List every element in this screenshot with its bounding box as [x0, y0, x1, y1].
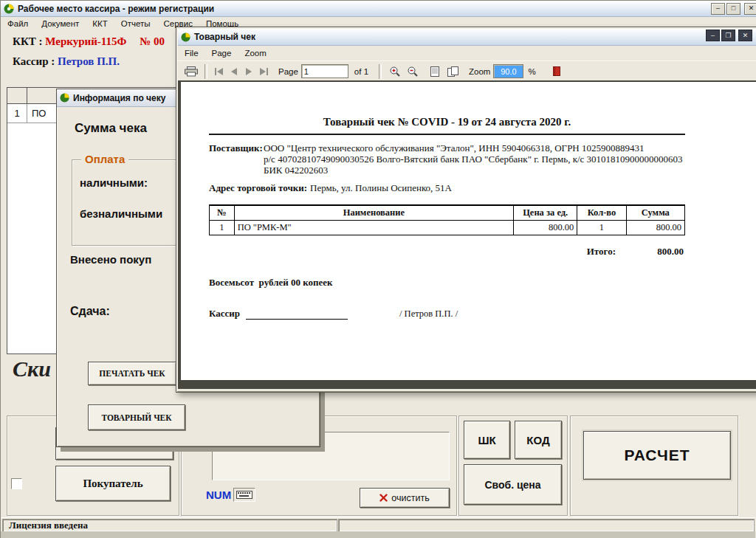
supplier-line1: ООО "Центр технического обслуживания "Эт…	[264, 142, 683, 154]
toolbar-separator	[205, 64, 207, 79]
col-qty: Кол-во	[577, 205, 626, 221]
col-price: Цена за ед.	[514, 205, 577, 221]
kkt-value: Меркурий-115Ф	[45, 35, 126, 47]
payment-group-label: Оплата	[81, 153, 128, 165]
sum-label: Сумма чека	[75, 121, 147, 136]
preview-close-button[interactable]: ✕	[738, 30, 752, 41]
first-page-icon[interactable]	[212, 65, 227, 78]
cashier-value: Петров П.П.	[58, 55, 120, 67]
zoom-value: 90.0	[501, 67, 516, 76]
app-icon	[4, 4, 14, 14]
preview-menu-page[interactable]: Page	[205, 46, 238, 60]
calc-button[interactable]: РАСЧЕТ	[583, 431, 731, 480]
preview-toolbar: Page 1 of 1 Zoom 90.0 %	[178, 61, 756, 82]
col-name: Наименование	[234, 205, 513, 221]
items-col-rownum-header	[7, 88, 27, 104]
receipt-table: № Наименование Цена за ед. Кол-во Сумма …	[209, 204, 685, 235]
preview-title: Товарный чек	[194, 32, 255, 42]
buyer-checkbox[interactable]	[11, 478, 22, 489]
page-label: Page	[278, 67, 298, 76]
single-page-view-icon[interactable]	[426, 63, 444, 80]
main-window-title: Рабочее место кассира - режим регистраци…	[18, 4, 214, 14]
buyer-button[interactable]: Покупатель	[55, 466, 171, 501]
zoom-label: Zoom	[469, 67, 490, 76]
receipt-table-row: 1 ПО "РМК-М" 800.00 1 800.00	[210, 221, 685, 235]
status-panel-license: Лицензия введена	[2, 519, 337, 532]
col-num: №	[210, 205, 235, 221]
cash-label: наличными:	[80, 176, 148, 189]
kkt-label: ККТ :	[13, 35, 43, 47]
zoom-out-icon[interactable]	[404, 63, 422, 80]
cell-sum: 800.00	[626, 221, 684, 235]
dialog-title: Информация по чеку	[73, 93, 165, 103]
shk-button[interactable]: ШК	[464, 421, 510, 459]
print-check-button[interactable]: ПЕЧАТАТЬ ЧЕК	[88, 362, 176, 385]
supplier-line3: БИК 042202603	[264, 165, 683, 176]
change-label: Сдача:	[70, 305, 110, 318]
cashier-label: Кассир :	[13, 55, 55, 67]
keyboard-icon[interactable]	[233, 488, 255, 502]
last-page-icon[interactable]	[256, 65, 271, 78]
preview-menubar: File Page Zoom	[178, 46, 756, 61]
main-titlebar: Рабочее место кассира - режим регистраци…	[1, 1, 756, 17]
total-label: Итого:	[587, 246, 616, 258]
close-button[interactable]: ✕	[744, 3, 756, 15]
close-preview-icon[interactable]	[548, 63, 566, 80]
amount-in-words: Восемьсот рублей 00 копеек	[209, 277, 333, 289]
receipt-page: Товарный чек № COVID - 19 от 24 августа …	[181, 82, 756, 380]
supplier-label: Поставщик:	[209, 142, 264, 176]
clear-button-label: очистить	[391, 493, 429, 503]
preview-window: Товарный чек – ❐ ✕ File Page Zoom Page 1	[176, 27, 756, 393]
cell-name: ПО "РМК-М"	[234, 221, 513, 235]
next-page-icon[interactable]	[241, 65, 256, 78]
menu-kkt[interactable]: ККТ	[86, 17, 114, 30]
preview-maximize-button[interactable]: ❐	[721, 30, 735, 41]
multi-page-view-icon[interactable]	[444, 63, 461, 80]
bottom-strip	[1, 531, 755, 538]
toolbar-separator	[379, 64, 382, 79]
num-indicator: NUM	[206, 489, 231, 501]
minimize-button[interactable]: –	[711, 3, 725, 15]
clear-button[interactable]: очистить	[360, 488, 450, 508]
receipt-title-rule	[209, 134, 685, 135]
cell-qty: 1	[577, 221, 626, 235]
menu-file[interactable]: Файл	[1, 17, 35, 30]
kod-button[interactable]: КОД	[515, 421, 562, 459]
receipt-table-header-row: № Наименование Цена за ед. Кол-во Сумма	[210, 205, 685, 221]
cashless-label: безналичными	[80, 207, 162, 220]
deposited-label: Внесено покуп	[70, 253, 151, 266]
preview-minimize-button[interactable]: –	[706, 30, 720, 41]
page-number-input[interactable]: 1	[301, 64, 348, 78]
preview-menu-zoom[interactable]: Zoom	[238, 46, 272, 60]
print-icon[interactable]	[182, 63, 200, 80]
preview-menu-file[interactable]: File	[178, 46, 205, 60]
prev-page-icon[interactable]	[227, 65, 241, 78]
menu-reports[interactable]: Отчеты	[114, 17, 157, 30]
cashier-sign: / Петров П.П. /	[399, 308, 458, 320]
address-value: Пермь, ул. Полины Осипенко, 51А	[310, 182, 452, 194]
receipt-title: Товарный чек № COVID - 19 от 24 августа …	[209, 116, 685, 128]
percent-label: %	[528, 67, 535, 76]
col-sum: Сумма	[626, 205, 684, 221]
supplier-line2: р/с 40702810749090030526 Волго-Вятский б…	[264, 154, 683, 165]
discount-text: Ски	[13, 356, 51, 382]
dialog-icon	[60, 93, 69, 103]
clear-x-icon	[379, 494, 388, 502]
cell-num: 1	[210, 221, 235, 235]
page-number-value: 1	[304, 67, 309, 76]
status-license-text: Лицензия введена	[3, 520, 88, 531]
address-label: Адрес торговой точки:	[209, 182, 310, 194]
maximize-button[interactable]: □	[726, 3, 740, 15]
sales-check-button[interactable]: ТОВАРНЫЙ ЧЕК	[88, 404, 185, 430]
free-price-button[interactable]: Своб. цена	[464, 464, 562, 505]
status-bar: Лицензия введена	[1, 517, 755, 531]
kkt-number: № 00	[140, 35, 165, 47]
preview-titlebar: Товарный чек – ❐ ✕	[178, 29, 756, 46]
status-panel-extra	[338, 519, 755, 532]
cashier-signature-line	[246, 309, 348, 320]
menu-document[interactable]: Документ	[35, 17, 86, 30]
zoom-in-icon[interactable]	[386, 63, 404, 80]
total-value: 800.00	[616, 246, 685, 258]
zoom-input[interactable]: 90.0	[493, 64, 523, 78]
items-row-number: 1	[7, 104, 27, 123]
